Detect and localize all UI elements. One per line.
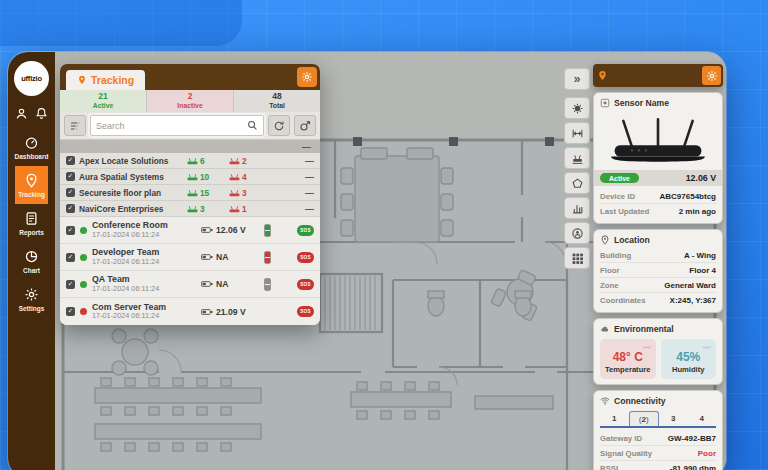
connectivity-title: Connectivity [614,396,666,406]
rssi-label: RSSI [600,464,618,470]
sos-label: SOS [300,228,310,233]
location-value: A - Wing [684,251,716,260]
group-row[interactable]: Securesite floor plan 15 3 — [60,185,320,201]
user-icon[interactable] [15,107,28,120]
sos-badge[interactable]: SOS [297,279,314,290]
group-inactive-count: 2 [242,156,247,166]
team-voltage: 21.09 V [216,307,246,317]
tab-tracking[interactable]: Tracking [66,70,145,90]
router-inactive-icon [229,173,240,181]
temperature-value: 48° C [605,350,651,364]
team-row[interactable]: QA Team 17-01-2024 06:11:24 NA SOS [60,271,320,298]
map-area: Tracking 21 Active 2 Inactive 48 Total [55,52,726,470]
wifi-icon [600,396,610,406]
tab-tracking-label: Tracking [91,74,134,86]
group-checkbox[interactable] [66,172,75,181]
group-collapse[interactable]: — [305,156,314,166]
sidebar-item-dashboard[interactable]: Dashboard [15,128,49,166]
status-dot [80,227,87,234]
sidebar-item-label: Chart [23,267,40,274]
last-updated-label: Last Updated [600,207,649,216]
rssi-row: RSSI -81.990 dbm [600,460,716,470]
location-row: Building A - Wing [600,248,716,262]
search-row [60,112,320,140]
gateway-tab-1[interactable]: 1 [600,411,629,426]
group-collapse[interactable]: — [305,172,314,182]
team-row[interactable]: Conference Room 17-01-2024 06:11:24 12.0… [60,217,320,244]
sos-badge[interactable]: SOS [297,225,314,236]
sidebar-quick-icons [15,107,48,120]
gateway-id-label: Gateway ID [600,434,642,443]
grid-view-button[interactable] [564,247,590,269]
group-collapse-band[interactable]: — [60,140,320,153]
sidebar-item-label: Dashboard [15,153,49,160]
status-dot [80,308,87,315]
stat-total[interactable]: 48 Total [234,90,320,112]
bell-icon[interactable] [35,107,48,120]
filter-button[interactable] [64,115,86,136]
heat-waves-icon [642,342,652,350]
sos-label: SOS [300,282,310,287]
cloud-icon [600,324,610,334]
group-collapse[interactable]: — [305,188,314,198]
device-id-row: Device ID ABC97654btcg [600,189,716,203]
people-tracking-button[interactable] [564,222,590,244]
team-checkbox[interactable] [66,226,75,235]
heatmap-icon [571,102,584,115]
team-row[interactable]: Developer Team 17-01-2024 06:11:24 NA SO… [60,244,320,271]
sos-badge[interactable]: SOS [297,252,314,263]
location-label: Zone [600,281,619,290]
group-inactive-count: 1 [242,204,247,214]
signal-quality-value: Poor [698,449,716,458]
refresh-button[interactable] [268,115,290,136]
sensor-name: Sensor Name [614,98,669,108]
details-settings-button[interactable] [702,66,721,85]
stat-active[interactable]: 21 Active [60,90,147,112]
team-row[interactable]: Com Server Team 17-01-2024 06:11:24 21.0… [60,298,320,325]
geofence-tool-button[interactable] [564,172,590,194]
location-pin-icon [600,235,610,245]
humidity-label: Humidity [666,365,712,374]
search-icon[interactable] [247,120,258,131]
stat-inactive[interactable]: 2 Inactive [147,90,234,112]
battery-level-indicator [264,224,271,237]
temperature-label: Temperature [605,365,651,374]
group-checkbox[interactable] [66,156,75,165]
group-row[interactable]: Apex Locate Solutions 6 2 — [60,153,320,169]
measure-tool-button[interactable] [564,122,590,144]
tracking-settings-button[interactable] [297,67,317,87]
settings-gear-icon [24,287,39,302]
sidebar-item-settings[interactable]: Settings [15,280,49,318]
analytics-tool-button[interactable] [564,197,590,219]
wifi-arc-icon [646,415,649,424]
team-checkbox[interactable] [66,280,75,289]
gateway-tab-3[interactable]: 3 [659,411,688,426]
sidebar-item-chart[interactable]: Chart [15,242,49,280]
stat-active-label: Active [93,102,113,110]
group-inactive-count: 3 [242,188,247,198]
group-collapse[interactable]: — [305,204,314,214]
group-checkbox[interactable] [66,188,75,197]
location-card: Location Building A - Wing Floor Floor 4… [593,229,723,313]
group-checkbox[interactable] [66,204,75,213]
collapse-panel-button[interactable] [564,68,590,90]
sos-badge[interactable]: SOS [297,306,314,317]
sidebar-item-reports[interactable]: Reports [15,204,49,242]
sidebar-item-tracking[interactable]: Tracking [15,166,49,204]
team-checkbox[interactable] [66,253,75,262]
last-updated-value: 2 min ago [679,207,716,216]
app-logo[interactable]: uffizio [14,61,49,96]
search-input[interactable] [96,121,247,131]
heatmap-tool-button[interactable] [564,97,590,119]
tracking-panel-header: Tracking [60,64,320,90]
locate-button[interactable] [294,115,316,136]
group-row[interactable]: Aura Spatial Systems 10 4 — [60,169,320,185]
gateway-tab-2[interactable]: 2 [629,411,660,426]
stat-active-value: 21 [98,92,107,102]
beacon-tool-button[interactable] [564,147,590,169]
gateway-tab-4[interactable]: 4 [688,411,717,426]
location-row: Zone General Ward [600,277,716,292]
connectivity-card: Connectivity 1 2 3 4 Gateway ID GW-492-B… [593,390,723,470]
team-checkbox[interactable] [66,307,75,316]
group-row[interactable]: NaviCore Enterprises 3 1 — [60,201,320,217]
